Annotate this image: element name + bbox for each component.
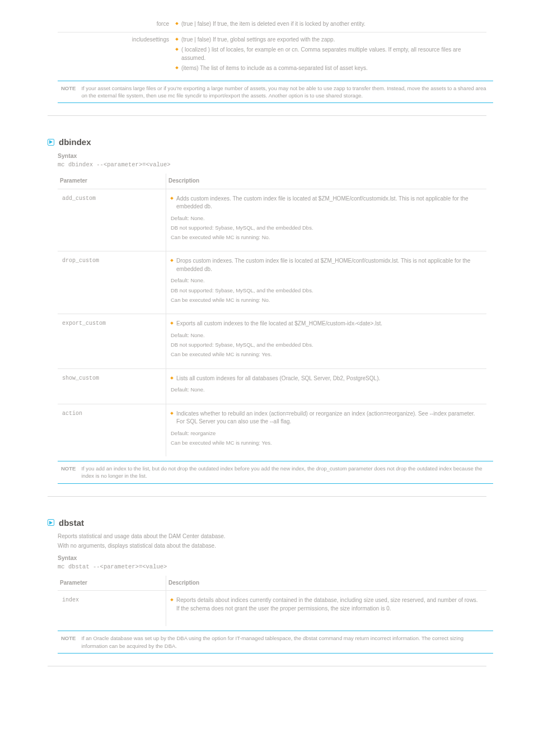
parameters-table: force(true | false) If true, the item is…: [58, 17, 486, 76]
col-header-description: Description: [166, 174, 487, 189]
bullet-text: (true | false) If true, the item is dele…: [181, 20, 366, 29]
table-row: force(true | false) If true, the item is…: [58, 17, 486, 32]
param-description: Drops custom indexes. The custom index f…: [166, 251, 487, 314]
param-desc-text: Lists all custom indexes for all databas…: [176, 375, 380, 383]
col-header-parameter: Parameter: [58, 174, 166, 189]
note-body: If an Oracle database was set up by the …: [81, 634, 490, 650]
bullet-diamond-icon: [170, 412, 174, 415]
param-extra: Can be executed while MC is running: No.: [171, 234, 482, 241]
note-box: NOTE If your asset contains large files …: [58, 81, 493, 104]
bullet-diamond-icon: [175, 22, 179, 25]
bullet-diamond-icon: [175, 66, 179, 69]
param-description: (true | false) If true, global settings …: [174, 32, 486, 76]
bullet-diamond-icon: [170, 259, 174, 263]
param-description: Indicates whether to rebuild an index (a…: [166, 404, 487, 456]
param-desc-text: Adds custom indexes. The custom index fi…: [176, 195, 482, 211]
bullet-text: ( localized ) list of locales, for examp…: [181, 46, 484, 62]
section-separator: [48, 496, 486, 497]
param-description: Adds custom indexes. The custom index fi…: [166, 189, 487, 251]
param-extra: Can be executed while MC is running: Yes…: [171, 439, 482, 446]
param-extra: DB not supported: Sybase, MySQL, and the…: [171, 287, 482, 294]
section-subintro: With no arguments, displays statistical …: [58, 543, 486, 549]
param-extra: Can be executed while MC is running: Yes…: [171, 351, 482, 358]
col-header-description: Description: [166, 576, 487, 591]
param-description: Reports details about indices currently …: [166, 591, 487, 627]
col-header-parameter: Parameter: [58, 576, 166, 591]
svg-marker-0: [49, 140, 53, 144]
note-body: If your asset contains large files or if…: [81, 85, 490, 100]
table-row: actionIndicates whether to rebuild an in…: [58, 404, 486, 456]
play-icon[interactable]: [48, 139, 54, 146]
bullet-diamond-icon: [170, 376, 174, 380]
note-body: If you add an index to the list, but do …: [81, 465, 490, 480]
param-description: Lists all custom indexes for all databas…: [166, 368, 487, 404]
section-title: dbstat: [59, 518, 84, 528]
param-default: Default: None.: [171, 332, 482, 339]
bullet-diamond-icon: [170, 197, 174, 200]
table-row: indexReports details about indices curre…: [58, 591, 486, 627]
param-default: Default: None.: [171, 386, 482, 393]
bullet-diamond-icon: [175, 48, 179, 51]
section-title: dbindex: [59, 137, 91, 147]
param-extra: DB not supported: Sybase, MySQL, and the…: [171, 224, 482, 231]
param-name: show_custom: [58, 368, 166, 404]
param-desc-text: Drops custom indexes. The custom index f…: [176, 257, 482, 273]
param-name: add_custom: [58, 189, 166, 251]
section-separator: [48, 666, 486, 666]
bullet-text: (true | false) If true, global settings …: [181, 36, 335, 44]
param-extra: Can be executed while MC is running: No.: [171, 296, 482, 304]
param-default: Default: None.: [171, 214, 482, 222]
note-box: NOTEIf an Oracle database was set up by …: [58, 631, 493, 654]
param-extra: DB not supported: Sybase, MySQL, and the…: [171, 341, 482, 348]
bullet-text: (items) The list of items to include as …: [181, 64, 368, 73]
table-row: show_customLists all custom indexes for …: [58, 368, 486, 404]
bullet-diamond-icon: [170, 598, 174, 601]
param-label: includesettings: [58, 32, 174, 76]
play-icon[interactable]: [48, 519, 54, 526]
table-row: export_customExports all custom indexes …: [58, 314, 486, 368]
section-intro: Reports statistical and usage data about…: [58, 533, 486, 539]
note-label: NOTE: [61, 465, 76, 480]
param-desc-text: Indicates whether to rebuild an index (a…: [176, 410, 482, 426]
syntax-heading: Syntax: [58, 554, 486, 561]
note-box: NOTEIf you add an index to the list, but…: [58, 461, 493, 484]
param-default: Default: None.: [171, 277, 482, 284]
param-label: force: [58, 17, 174, 32]
param-description: Exports all custom indexes to the file l…: [166, 314, 487, 368]
bullet-diamond-icon: [175, 38, 179, 41]
param-desc-text: Exports all custom indexes to the file l…: [176, 320, 382, 328]
section-heading: dbindex: [48, 137, 486, 147]
param-name: export_custom: [58, 314, 166, 368]
param-description: (true | false) If true, the item is dele…: [174, 17, 486, 32]
parameters-table: ParameterDescriptionadd_customAdds custo…: [58, 174, 486, 456]
note-label: NOTE: [61, 85, 76, 100]
bullet-diamond-icon: [170, 322, 174, 325]
table-row: includesettings(true | false) If true, g…: [58, 32, 486, 76]
syntax-code: mc dbstat --<parameter>=<value>: [58, 563, 486, 570]
param-name: index: [58, 591, 166, 627]
param-name: action: [58, 404, 166, 456]
syntax-heading: Syntax: [58, 152, 486, 159]
syntax-code: mc dbindex --<parameter>=<value>: [58, 161, 486, 168]
param-name: drop_custom: [58, 251, 166, 314]
section-separator: [48, 115, 486, 116]
section-heading: dbstat: [48, 518, 486, 528]
param-default: Default: reorganize: [171, 430, 482, 437]
parameters-table: ParameterDescriptionindexReports details…: [58, 576, 486, 627]
note-label: NOTE: [61, 634, 76, 650]
param-desc-text: Reports details about indices currently …: [176, 596, 482, 613]
svg-marker-1: [49, 521, 53, 525]
table-row: drop_customDrops custom indexes. The cus…: [58, 251, 486, 314]
table-row: add_customAdds custom indexes. The custo…: [58, 189, 486, 251]
